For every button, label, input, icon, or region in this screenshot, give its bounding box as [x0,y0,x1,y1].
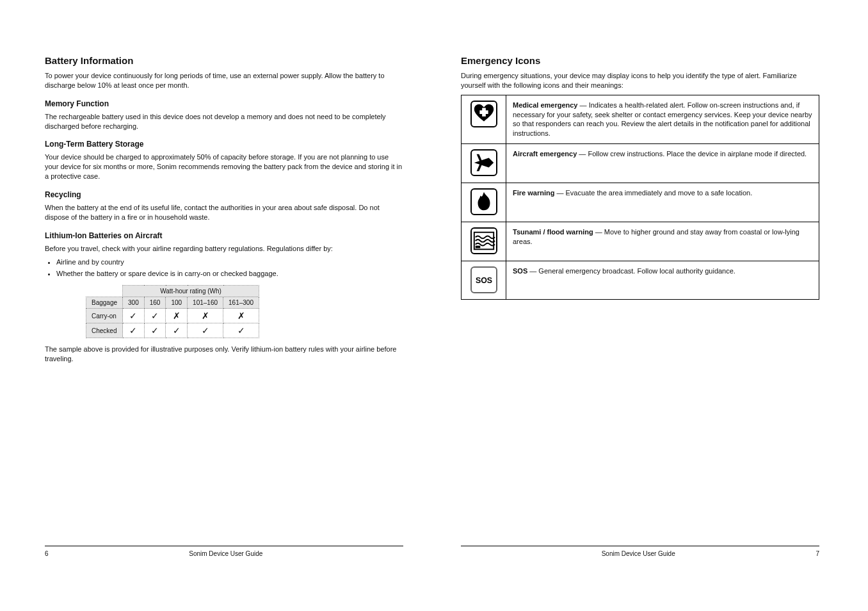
battery-table: Watt-hour rating (Wh) Baggage 300 160 10… [86,285,259,338]
emergency-row-medical: Medical emergency — Indicates a health-r… [462,95,819,143]
cell: ✗ [188,309,223,323]
row-title: Medical emergency [513,101,578,109]
col-4: 161–300 [223,297,259,309]
col-1: 160 [144,297,166,309]
footer-title-right: Sonim Device User Guide [602,550,675,557]
memory-p: The rechargeable battery used in this de… [45,112,403,131]
storage-p: Your device should be charged to approxi… [45,152,403,181]
emergency-heading: Emergency Icons [461,55,819,66]
svg-text:SOS: SOS [475,275,492,284]
col-2: 100 [166,297,188,309]
table-row: Carry-on ✓ ✓ ✗ ✗ ✗ [86,309,259,323]
bullet-0: Airline and by country [56,257,403,267]
row-title: Aircraft emergency [513,150,577,158]
page-number-left: 6 [45,550,49,557]
col-3: 101–160 [188,297,223,309]
aircraft-list: Airline and by country Whether the batte… [56,257,403,279]
row-title: Fire warning [513,189,554,197]
row-body: General emergency broadcast. Follow loca… [538,267,735,275]
table-row: Checked ✓ ✓ ✓ ✓ ✓ [86,323,259,338]
emergency-row-fire: Fire warning — Evacuate the area immedia… [462,183,819,222]
storage-heading: Long-Term Battery Storage [45,140,403,149]
baggage-header: Baggage [86,297,123,309]
airplane-icon [470,149,497,176]
aircraft-p: Before you travel, check with your airli… [45,244,403,254]
footer: 6 Sonim Device User Guide Sonim Device U… [0,546,868,557]
table-corner [86,286,123,297]
emergency-intro: During emergency situations, your device… [461,71,819,90]
svg-rect-1 [479,110,488,114]
battery-intro: To power your device continuously for lo… [45,71,403,90]
emergency-table: Medical emergency — Indicates a health-r… [461,95,819,300]
row-title: Tsunami / flood warning [513,228,593,236]
row-body: Evacuate the area immediately and move t… [566,189,753,197]
memory-heading: Memory Function [45,99,403,108]
cell: ✗ [166,309,188,323]
aircraft-heading: Lithium-Ion Batteries on Aircraft [45,231,403,240]
row-title: SOS [513,267,527,275]
cell: ✓ [166,323,188,338]
cell: ✓ [188,323,223,338]
recycle-p: When the battery at the end of its usefu… [45,203,403,222]
checked-label: Checked [86,323,123,338]
footer-title-left: Sonim Device User Guide [189,550,262,557]
left-column: Battery Information To power your device… [45,38,403,368]
cell: ✓ [123,309,145,323]
heart-plus-icon [470,101,497,127]
cell: ✓ [123,323,145,338]
page-number-right: 7 [816,550,819,557]
cell: ✓ [144,309,166,323]
cell: ✗ [223,309,259,323]
right-column: Emergency Icons During emergency situati… [461,38,819,300]
battery-heading: Battery Information [45,55,403,66]
carry-label: Carry-on [86,309,123,323]
table-note: The sample above is provided for illustr… [45,345,403,364]
table-top-header: Watt-hour rating (Wh) [123,286,259,297]
bullet-1: Whether the battery or spare device is i… [56,269,403,279]
emergency-row-aircraft: Aircraft emergency — Follow crew instruc… [462,144,819,183]
row-body: Follow crew instructions. Place the devi… [588,150,807,158]
fire-icon [470,188,497,215]
recycle-heading: Recycling [45,190,403,199]
cell: ✓ [223,323,259,338]
cell: ✓ [144,323,166,338]
col-0: 300 [123,297,145,309]
emergency-row-flood: Tsunami / flood warning — Move to higher… [462,222,819,261]
emergency-row-sos: SOS SOS — General emergency broadcast. F… [462,261,819,300]
svg-rect-3 [475,245,480,248]
sos-icon: SOS [470,266,497,293]
waves-icon [470,227,497,254]
